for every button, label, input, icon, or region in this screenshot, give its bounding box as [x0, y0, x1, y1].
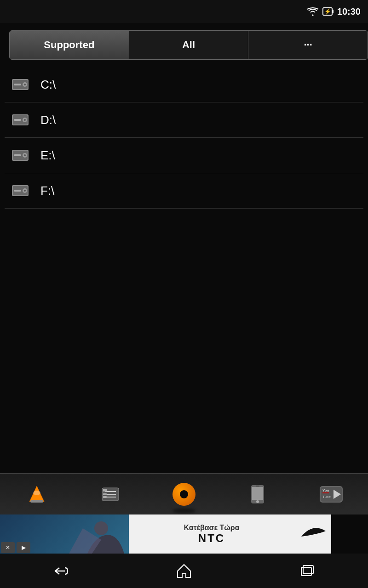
svg-text:Tube: Tube [322, 495, 331, 499]
svg-rect-1 [332, 10, 334, 13]
phone-icon [249, 484, 266, 504]
svg-rect-25 [30, 500, 43, 503]
back-icon [52, 564, 70, 578]
nav-item-vlc[interactable] [18, 478, 55, 510]
nike-swoosh [299, 527, 327, 541]
home-icon [176, 563, 192, 579]
ad-controls: ✕ ▶ [1, 542, 30, 553]
svg-rect-7 [14, 84, 21, 85]
ad-greek-text: Κατέβασε Τώρα [184, 524, 240, 532]
drive-label-e: E:\ [40, 148, 55, 163]
svg-text:⚡: ⚡ [324, 8, 331, 15]
youtube-icon: You Tube [320, 486, 343, 503]
drive-label-d: D:\ [40, 113, 56, 127]
svg-rect-12 [14, 119, 21, 121]
drive-icon-f [9, 180, 31, 202]
svg-point-11 [24, 119, 26, 121]
drive-item-d[interactable]: D:\ [5, 102, 363, 138]
drive-label-f: F:\ [40, 184, 54, 198]
svg-rect-22 [14, 190, 21, 192]
svg-rect-38 [256, 486, 259, 486]
recents-icon [299, 563, 315, 579]
svg-point-6 [24, 84, 26, 85]
wifi-icon [307, 7, 319, 16]
drive-icon-e [9, 144, 31, 166]
drive-icon-d [9, 109, 31, 131]
ad-close-button[interactable]: ✕ [1, 542, 15, 553]
svg-rect-42 [322, 492, 329, 493]
drive-item-f[interactable]: F:\ [5, 173, 363, 209]
tab-all[interactable]: All [129, 31, 249, 59]
cone-icon [27, 484, 47, 504]
playlist-icon [100, 484, 121, 504]
svg-point-37 [256, 500, 259, 503]
ad-bar: Κατέβασε Τώρα NTC [0, 514, 331, 554]
bottom-nav: You Tube [0, 473, 368, 514]
nav-item-youtube[interactable]: You Tube [313, 478, 350, 510]
tab-bar: Supported All ··· [9, 30, 368, 60]
tab-more[interactable]: ··· [248, 31, 368, 59]
android-nav [0, 554, 368, 588]
android-home-button[interactable] [161, 557, 207, 585]
ad-skip-button[interactable]: ▶ [17, 542, 30, 553]
status-bar: ⚡ 10:30 [0, 0, 368, 23]
svg-rect-36 [252, 487, 263, 500]
drive-item-e[interactable]: E:\ [5, 138, 363, 173]
nav-item-disc[interactable] [166, 478, 202, 510]
android-recents-button[interactable] [284, 557, 330, 585]
disc-icon [172, 483, 196, 506]
svg-rect-17 [14, 154, 21, 156]
svg-rect-34 [103, 496, 107, 498]
nav-item-playlist[interactable] [92, 478, 129, 510]
android-back-button[interactable] [38, 557, 84, 585]
tab-supported[interactable]: Supported [10, 31, 129, 59]
nav-item-phone[interactable] [239, 478, 276, 510]
drive-icon-c [9, 74, 31, 96]
battery-icon: ⚡ [322, 6, 334, 17]
svg-point-45 [94, 521, 108, 535]
status-time: 10:30 [337, 6, 361, 17]
svg-point-21 [24, 190, 26, 192]
ad-brand-text: NTC [198, 532, 225, 545]
drive-label-c: C:\ [40, 78, 56, 92]
svg-text:You: You [322, 488, 329, 492]
svg-rect-32 [103, 489, 107, 492]
svg-point-16 [24, 154, 26, 156]
drive-list: C:\ D:\ E:\ [5, 67, 363, 209]
ad-text-area: Κατέβασε Τώρα NTC [129, 514, 294, 554]
svg-rect-33 [103, 493, 107, 495]
svg-point-26 [33, 491, 40, 495]
drive-item-c[interactable]: C:\ [5, 67, 363, 102]
